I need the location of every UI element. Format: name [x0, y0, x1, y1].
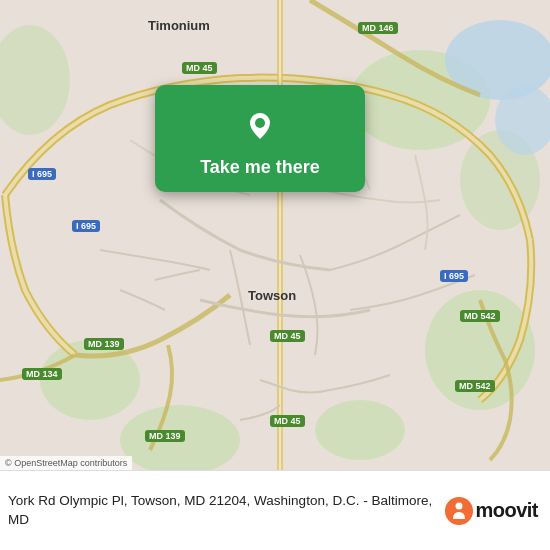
- moovit-logo: moovit: [445, 497, 538, 525]
- bottom-bar: York Rd Olympic Pl, Towson, MD 21204, Wa…: [0, 470, 550, 550]
- svg-point-14: [445, 497, 473, 525]
- road-badge-md45-mid: MD 45: [270, 330, 305, 342]
- moovit-icon: [445, 497, 473, 525]
- osm-attribution: © OpenStreetMap contributors: [0, 456, 132, 470]
- map-roads-svg: [0, 0, 550, 470]
- road-badge-md45-bottom: MD 45: [270, 415, 305, 427]
- road-badge-md542-bottom: MD 542: [455, 380, 495, 392]
- svg-point-15: [456, 502, 463, 509]
- take-me-there-label: Take me there: [200, 157, 320, 178]
- svg-point-5: [315, 400, 405, 460]
- map-container: I 695I 695I 695MD 45MD 45MD 45MD 146MD 1…: [0, 0, 550, 470]
- road-badge-md542-top: MD 542: [460, 310, 500, 322]
- road-badge-i695-mid-left: I 695: [72, 220, 100, 232]
- road-badge-md139-left: MD 139: [84, 338, 124, 350]
- road-badge-i695-right: I 695: [440, 270, 468, 282]
- road-badge-md139-bottom: MD 139: [145, 430, 185, 442]
- road-badge-md134: MD 134: [22, 368, 62, 380]
- town-label-timonium: Timonium: [148, 18, 210, 33]
- moovit-text: moovit: [475, 499, 538, 522]
- road-badge-md146: MD 146: [358, 22, 398, 34]
- take-me-there-card[interactable]: Take me there: [155, 85, 365, 192]
- address-text: York Rd Olympic Pl, Towson, MD 21204, Wa…: [8, 492, 445, 530]
- road-badge-md45-top: MD 45: [182, 62, 217, 74]
- road-badge-i695-top-left: I 695: [28, 168, 56, 180]
- map-pin-icon: [238, 103, 282, 147]
- svg-point-13: [255, 118, 265, 128]
- town-label-towson: Towson: [248, 288, 296, 303]
